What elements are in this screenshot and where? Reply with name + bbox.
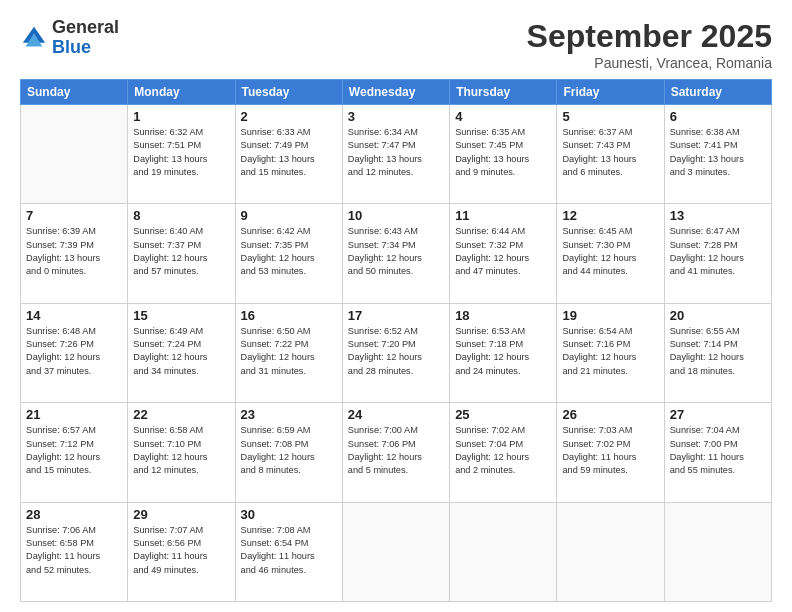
day-number: 29: [133, 507, 229, 522]
day-info: Sunrise: 6:47 AM Sunset: 7:28 PM Dayligh…: [670, 225, 766, 278]
day-header-wednesday: Wednesday: [342, 80, 449, 105]
logo-icon: [20, 24, 48, 52]
day-info: Sunrise: 6:43 AM Sunset: 7:34 PM Dayligh…: [348, 225, 444, 278]
day-number: 10: [348, 208, 444, 223]
calendar-cell: [557, 502, 664, 601]
calendar-cell: [21, 105, 128, 204]
day-number: 2: [241, 109, 337, 124]
day-number: 6: [670, 109, 766, 124]
day-number: 14: [26, 308, 122, 323]
day-info: Sunrise: 6:50 AM Sunset: 7:22 PM Dayligh…: [241, 325, 337, 378]
day-info: Sunrise: 6:55 AM Sunset: 7:14 PM Dayligh…: [670, 325, 766, 378]
week-row-3: 21Sunrise: 6:57 AM Sunset: 7:12 PM Dayli…: [21, 403, 772, 502]
day-number: 8: [133, 208, 229, 223]
calendar-cell: [664, 502, 771, 601]
day-info: Sunrise: 7:03 AM Sunset: 7:02 PM Dayligh…: [562, 424, 658, 477]
day-info: Sunrise: 6:38 AM Sunset: 7:41 PM Dayligh…: [670, 126, 766, 179]
day-number: 15: [133, 308, 229, 323]
day-number: 4: [455, 109, 551, 124]
calendar-cell: 23Sunrise: 6:59 AM Sunset: 7:08 PM Dayli…: [235, 403, 342, 502]
day-number: 19: [562, 308, 658, 323]
calendar-cell: 6Sunrise: 6:38 AM Sunset: 7:41 PM Daylig…: [664, 105, 771, 204]
calendar-cell: 1Sunrise: 6:32 AM Sunset: 7:51 PM Daylig…: [128, 105, 235, 204]
day-number: 30: [241, 507, 337, 522]
day-number: 21: [26, 407, 122, 422]
calendar-table: SundayMondayTuesdayWednesdayThursdayFrid…: [20, 79, 772, 602]
day-number: 27: [670, 407, 766, 422]
day-info: Sunrise: 6:44 AM Sunset: 7:32 PM Dayligh…: [455, 225, 551, 278]
logo-blue-text: Blue: [52, 37, 91, 57]
day-info: Sunrise: 7:07 AM Sunset: 6:56 PM Dayligh…: [133, 524, 229, 577]
calendar-cell: 13Sunrise: 6:47 AM Sunset: 7:28 PM Dayli…: [664, 204, 771, 303]
title-block: September 2025 Paunesti, Vrancea, Romani…: [527, 18, 772, 71]
day-info: Sunrise: 6:54 AM Sunset: 7:16 PM Dayligh…: [562, 325, 658, 378]
day-info: Sunrise: 7:04 AM Sunset: 7:00 PM Dayligh…: [670, 424, 766, 477]
calendar-cell: 4Sunrise: 6:35 AM Sunset: 7:45 PM Daylig…: [450, 105, 557, 204]
day-number: 22: [133, 407, 229, 422]
day-number: 18: [455, 308, 551, 323]
calendar-cell: 14Sunrise: 6:48 AM Sunset: 7:26 PM Dayli…: [21, 303, 128, 402]
day-number: 20: [670, 308, 766, 323]
day-number: 26: [562, 407, 658, 422]
calendar-cell: 8Sunrise: 6:40 AM Sunset: 7:37 PM Daylig…: [128, 204, 235, 303]
calendar-cell: 12Sunrise: 6:45 AM Sunset: 7:30 PM Dayli…: [557, 204, 664, 303]
day-info: Sunrise: 6:59 AM Sunset: 7:08 PM Dayligh…: [241, 424, 337, 477]
calendar-cell: 17Sunrise: 6:52 AM Sunset: 7:20 PM Dayli…: [342, 303, 449, 402]
day-info: Sunrise: 6:58 AM Sunset: 7:10 PM Dayligh…: [133, 424, 229, 477]
day-info: Sunrise: 7:00 AM Sunset: 7:06 PM Dayligh…: [348, 424, 444, 477]
day-header-thursday: Thursday: [450, 80, 557, 105]
day-number: 16: [241, 308, 337, 323]
calendar-cell: 20Sunrise: 6:55 AM Sunset: 7:14 PM Dayli…: [664, 303, 771, 402]
day-info: Sunrise: 6:32 AM Sunset: 7:51 PM Dayligh…: [133, 126, 229, 179]
calendar-cell: 5Sunrise: 6:37 AM Sunset: 7:43 PM Daylig…: [557, 105, 664, 204]
day-number: 17: [348, 308, 444, 323]
day-number: 13: [670, 208, 766, 223]
day-info: Sunrise: 7:02 AM Sunset: 7:04 PM Dayligh…: [455, 424, 551, 477]
day-header-monday: Monday: [128, 80, 235, 105]
calendar-cell: 29Sunrise: 7:07 AM Sunset: 6:56 PM Dayli…: [128, 502, 235, 601]
day-header-friday: Friday: [557, 80, 664, 105]
logo: General Blue: [20, 18, 119, 58]
day-number: 5: [562, 109, 658, 124]
calendar-header-row: SundayMondayTuesdayWednesdayThursdayFrid…: [21, 80, 772, 105]
day-number: 25: [455, 407, 551, 422]
calendar-cell: 16Sunrise: 6:50 AM Sunset: 7:22 PM Dayli…: [235, 303, 342, 402]
logo-general-text: General: [52, 17, 119, 37]
calendar-cell: 24Sunrise: 7:00 AM Sunset: 7:06 PM Dayli…: [342, 403, 449, 502]
day-info: Sunrise: 6:48 AM Sunset: 7:26 PM Dayligh…: [26, 325, 122, 378]
calendar-cell: 3Sunrise: 6:34 AM Sunset: 7:47 PM Daylig…: [342, 105, 449, 204]
day-info: Sunrise: 7:06 AM Sunset: 6:58 PM Dayligh…: [26, 524, 122, 577]
day-info: Sunrise: 6:39 AM Sunset: 7:39 PM Dayligh…: [26, 225, 122, 278]
day-info: Sunrise: 6:52 AM Sunset: 7:20 PM Dayligh…: [348, 325, 444, 378]
day-info: Sunrise: 6:53 AM Sunset: 7:18 PM Dayligh…: [455, 325, 551, 378]
day-info: Sunrise: 6:40 AM Sunset: 7:37 PM Dayligh…: [133, 225, 229, 278]
calendar-cell: [450, 502, 557, 601]
calendar-cell: 26Sunrise: 7:03 AM Sunset: 7:02 PM Dayli…: [557, 403, 664, 502]
day-info: Sunrise: 6:35 AM Sunset: 7:45 PM Dayligh…: [455, 126, 551, 179]
day-info: Sunrise: 7:08 AM Sunset: 6:54 PM Dayligh…: [241, 524, 337, 577]
header: General Blue September 2025 Paunesti, Vr…: [20, 18, 772, 71]
day-info: Sunrise: 6:42 AM Sunset: 7:35 PM Dayligh…: [241, 225, 337, 278]
calendar-cell: 9Sunrise: 6:42 AM Sunset: 7:35 PM Daylig…: [235, 204, 342, 303]
day-header-tuesday: Tuesday: [235, 80, 342, 105]
calendar-cell: 19Sunrise: 6:54 AM Sunset: 7:16 PM Dayli…: [557, 303, 664, 402]
calendar-cell: 2Sunrise: 6:33 AM Sunset: 7:49 PM Daylig…: [235, 105, 342, 204]
calendar-cell: 10Sunrise: 6:43 AM Sunset: 7:34 PM Dayli…: [342, 204, 449, 303]
week-row-1: 7Sunrise: 6:39 AM Sunset: 7:39 PM Daylig…: [21, 204, 772, 303]
day-info: Sunrise: 6:57 AM Sunset: 7:12 PM Dayligh…: [26, 424, 122, 477]
day-info: Sunrise: 6:34 AM Sunset: 7:47 PM Dayligh…: [348, 126, 444, 179]
day-header-sunday: Sunday: [21, 80, 128, 105]
day-info: Sunrise: 6:45 AM Sunset: 7:30 PM Dayligh…: [562, 225, 658, 278]
calendar-cell: 30Sunrise: 7:08 AM Sunset: 6:54 PM Dayli…: [235, 502, 342, 601]
day-number: 1: [133, 109, 229, 124]
calendar-cell: 11Sunrise: 6:44 AM Sunset: 7:32 PM Dayli…: [450, 204, 557, 303]
calendar-cell: 27Sunrise: 7:04 AM Sunset: 7:00 PM Dayli…: [664, 403, 771, 502]
day-info: Sunrise: 6:37 AM Sunset: 7:43 PM Dayligh…: [562, 126, 658, 179]
day-number: 28: [26, 507, 122, 522]
week-row-0: 1Sunrise: 6:32 AM Sunset: 7:51 PM Daylig…: [21, 105, 772, 204]
subtitle: Paunesti, Vrancea, Romania: [527, 55, 772, 71]
main-title: September 2025: [527, 18, 772, 55]
calendar-cell: 18Sunrise: 6:53 AM Sunset: 7:18 PM Dayli…: [450, 303, 557, 402]
day-number: 24: [348, 407, 444, 422]
page: General Blue September 2025 Paunesti, Vr…: [0, 0, 792, 612]
